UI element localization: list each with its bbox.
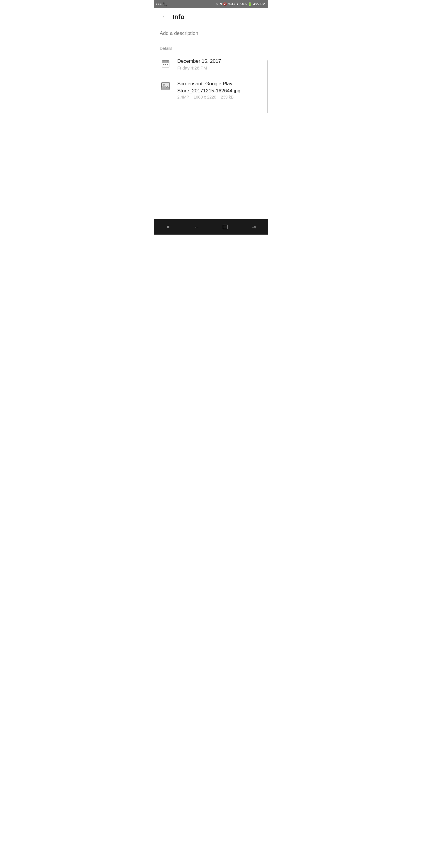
file-detail-row: Screenshot_Google Play Store_20171215-16…: [154, 76, 268, 104]
nav-bar: ← ⇥: [154, 219, 268, 235]
bluetooth-icon: ⨯: [216, 2, 219, 6]
menu-button[interactable]: ⇥: [245, 221, 263, 233]
recents-button[interactable]: [217, 221, 234, 233]
nfc-icon: N: [220, 3, 222, 6]
filename: Screenshot_Google Play Store_20171215-16…: [177, 80, 262, 94]
phone-icon: 📞: [163, 2, 168, 6]
home-button[interactable]: [159, 221, 177, 233]
mute-icon: 🔇: [223, 2, 227, 6]
scroll-thumb: [267, 60, 268, 113]
recents-icon: [223, 225, 228, 229]
description-section: [154, 26, 268, 40]
svg-rect-4: [163, 64, 164, 65]
battery-percent: 56%: [240, 2, 247, 6]
back-nav-icon: ←: [194, 224, 199, 230]
app-bar: ← Info: [154, 8, 268, 26]
back-button[interactable]: ←: [159, 11, 170, 23]
svg-rect-6: [167, 64, 168, 65]
battery-icon: 🔋: [248, 2, 252, 6]
home-icon: [167, 226, 169, 228]
date-content: December 15, 2017 Friday 4:26 PM: [177, 58, 221, 71]
date-secondary: Friday 4:26 PM: [177, 65, 221, 71]
description-input[interactable]: [160, 31, 262, 36]
file-meta: 2.4MP 1080 x 2220 239 kB: [177, 95, 262, 99]
file-content: Screenshot_Google Play Store_20171215-16…: [177, 80, 262, 100]
svg-rect-2: [164, 60, 164, 62]
main-content: Details December 15, 2017 Friday 4:26 PM: [154, 26, 268, 219]
svg-rect-3: [167, 60, 168, 62]
wifi-icon: WiFi: [228, 2, 235, 6]
status-bar: 📞 ⨯ N 🔇 WiFi ▲ 56% 🔋 4:27 PM: [154, 0, 268, 8]
back-nav-button[interactable]: ←: [188, 221, 205, 233]
image-icon: [160, 80, 171, 92]
page-title: Info: [173, 13, 184, 21]
date-detail-row: December 15, 2017 Friday 4:26 PM: [154, 53, 268, 76]
status-right: ⨯ N 🔇 WiFi ▲ 56% 🔋 4:27 PM: [216, 2, 265, 6]
date-primary: December 15, 2017: [177, 58, 221, 65]
back-arrow-icon: ←: [161, 13, 168, 21]
scrollbar: [267, 34, 268, 202]
menu-icon: ⇥: [252, 224, 256, 230]
clock: 4:27 PM: [253, 2, 265, 6]
details-label: Details: [154, 40, 268, 53]
svg-point-8: [163, 84, 165, 86]
signal-dots: [156, 3, 161, 5]
status-left: 📞: [156, 2, 168, 6]
svg-rect-1: [162, 61, 169, 63]
svg-rect-5: [165, 64, 166, 65]
signal-icon: ▲: [236, 2, 239, 6]
calendar-icon: [160, 58, 171, 69]
